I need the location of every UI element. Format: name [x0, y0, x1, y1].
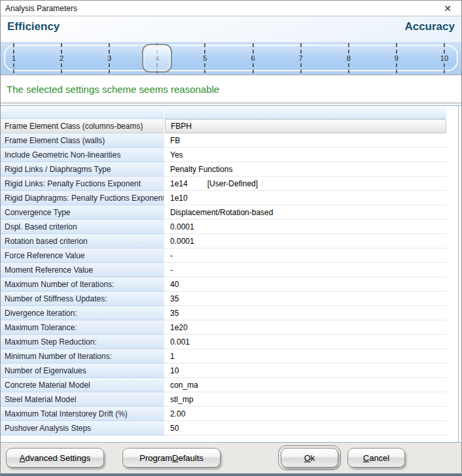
param-value-text: FBPH	[171, 122, 192, 131]
slider-tick-10[interactable]: 10	[440, 43, 448, 73]
btn-accel: C	[363, 453, 369, 463]
slider-tick-2[interactable]: 2	[60, 43, 63, 73]
param-value[interactable]: 1	[165, 349, 446, 364]
param-value-text: 0.0001	[170, 222, 194, 231]
tick-number: 5	[203, 54, 207, 63]
window-title: Analysis Parameters	[1, 4, 434, 13]
btn-text: Program	[139, 453, 172, 463]
param-value[interactable]: 10	[165, 364, 446, 378]
param-value[interactable]: -	[165, 263, 446, 277]
table-row[interactable]: Convergence TypeDisplacement/Rotation-ba…	[1, 205, 446, 220]
param-value[interactable]: 35	[165, 292, 446, 306]
btn-text: dvanced Settings	[25, 453, 90, 463]
table-row[interactable]: Steel Material Modelstl_mp	[1, 392, 446, 407]
param-value[interactable]: Displacement/Rotation-based	[165, 205, 446, 220]
slider-tick-5[interactable]: 5	[203, 43, 207, 73]
table-row[interactable]: Frame Element Class (walls)FB	[1, 133, 446, 148]
close-button[interactable]: ✕	[434, 1, 461, 16]
table-row[interactable]: Rigid Links: Penalty Fuctions Exponent1e…	[1, 177, 446, 191]
tick-dash	[444, 63, 445, 74]
cancel-button[interactable]: Cancel	[347, 448, 405, 468]
btn-accel: O	[304, 453, 311, 463]
ok-button[interactable]: Ok	[281, 448, 338, 468]
param-value[interactable]: 40	[165, 277, 446, 292]
table-row[interactable]: Include Geometric Non-linearitiesYes	[1, 148, 446, 162]
tick-dash	[204, 43, 205, 54]
param-label: Divergence Iteration:	[1, 306, 165, 320]
param-value-text: 1e10	[170, 194, 188, 203]
param-label: Concrete Material Model	[1, 378, 165, 392]
table-row[interactable]: Rotation based criterion0.0001	[1, 234, 446, 248]
table-row[interactable]: Maximum Total Interstorey Drift (%)2.00	[1, 407, 446, 421]
table-row[interactable]: Divergence Iteration:35	[1, 306, 446, 320]
param-value-text: 10	[170, 366, 179, 375]
param-value[interactable]: -	[165, 248, 446, 263]
grid-header-label-col	[1, 106, 165, 118]
slider-thumb[interactable]	[142, 44, 172, 73]
param-value[interactable]: stl_mp	[165, 392, 446, 407]
table-row[interactable]: Rigid Links / Diaphragms TypePenalty Fun…	[1, 162, 446, 177]
table-row[interactable]: Pushover Analysis Steps50	[1, 421, 446, 435]
param-value[interactable]: 50	[165, 421, 446, 435]
table-row[interactable]: Concrete Material Modelcon_ma	[1, 378, 446, 392]
slider-tick-6[interactable]: 6	[251, 43, 255, 73]
status-message: The selected settings scheme seems reaso…	[1, 75, 461, 103]
table-row[interactable]: Minimum Number of Iterations:1	[1, 349, 446, 364]
table-row[interactable]: Force Reference Value-	[1, 248, 446, 263]
param-value[interactable]: 0.0001	[165, 234, 446, 248]
table-row[interactable]: Moment Reference Value-	[1, 263, 446, 277]
param-value-text: 40	[170, 280, 179, 289]
slider-track[interactable]	[4, 44, 458, 71]
param-label: Include Geometric Non-linearities	[1, 148, 165, 162]
advanced-settings-button[interactable]: Advanced Settings	[6, 448, 104, 468]
param-value[interactable]: Yes	[165, 148, 446, 162]
param-value[interactable]: Penalty Functions	[165, 162, 446, 177]
table-row[interactable]: Maximum Number of Iterations:40	[1, 277, 446, 292]
param-value[interactable]: 35	[165, 306, 446, 320]
slider-tick-3[interactable]: 3	[107, 43, 111, 73]
table-row[interactable]: Number of Stiffness Updates:35	[1, 292, 446, 306]
param-label: Minimum Number of Iterations:	[1, 349, 165, 364]
slider-tick-1[interactable]: 1	[12, 43, 16, 73]
param-value[interactable]: 2.00	[165, 407, 446, 421]
button-bar: Advanced Settings Program Defaults Ok Ca…	[1, 442, 461, 473]
table-row[interactable]: Frame Element Class (columns-beams)FBPH	[1, 119, 446, 133]
table-row[interactable]: Maximum Tolerance:1e20	[1, 320, 446, 335]
param-label: Steel Material Model	[1, 392, 165, 407]
table-row[interactable]: Rigid Diaphragms: Penalty Fuctions Expon…	[1, 191, 446, 205]
parameters-table: Frame Element Class (columns-beams)FBPHF…	[1, 105, 461, 443]
param-label: Maximum Tolerance:	[1, 320, 165, 335]
param-value[interactable]: 1e20	[165, 320, 446, 335]
tick-number: 7	[299, 54, 303, 63]
param-value[interactable]: con_ma	[165, 378, 446, 392]
program-defaults-button[interactable]: Program Defaults	[122, 448, 221, 468]
slider-tick-7[interactable]: 7	[299, 43, 303, 73]
table-row[interactable]: Number of Eigenvalues10	[1, 364, 446, 378]
grid-header-value-col	[165, 106, 446, 118]
slider-tick-9[interactable]: 9	[395, 43, 399, 73]
param-label: Rotation based criterion	[1, 234, 165, 248]
table-row[interactable]: Dspl. Based criterion0.0001	[1, 220, 446, 234]
analysis-parameters-dialog: Analysis Parameters ✕ Efficiency Accurac…	[0, 0, 462, 476]
param-label: Frame Element Class (walls)	[1, 133, 165, 148]
param-value[interactable]: 0.0001	[165, 220, 446, 234]
tick-number: 1	[12, 54, 16, 63]
tick-number: 8	[347, 54, 351, 63]
tick-number: 2	[60, 54, 63, 63]
param-value-text: 0.001	[170, 337, 190, 347]
param-value[interactable]: 0.001	[165, 335, 446, 349]
title-bar: Analysis Parameters ✕	[1, 1, 461, 16]
param-value[interactable]: 1e14[User-Defined]	[165, 177, 446, 191]
slider[interactable]: 12345678910	[1, 42, 461, 75]
param-label: Moment Reference Value	[1, 263, 165, 277]
param-value-text: 0.0001	[170, 237, 194, 246]
tick-dash	[348, 63, 349, 74]
param-value[interactable]: FBPH	[165, 119, 446, 133]
banner-labels: Efficiency Accuracy	[1, 16, 461, 33]
table-row[interactable]: Maximum Step Reduction:0.001	[1, 335, 446, 349]
param-value[interactable]: FB	[165, 133, 446, 148]
slider-tick-8[interactable]: 8	[347, 43, 351, 73]
param-value[interactable]: 1e10	[165, 191, 446, 205]
param-value-text: 2.00	[170, 409, 185, 418]
tick-dash	[396, 43, 397, 54]
